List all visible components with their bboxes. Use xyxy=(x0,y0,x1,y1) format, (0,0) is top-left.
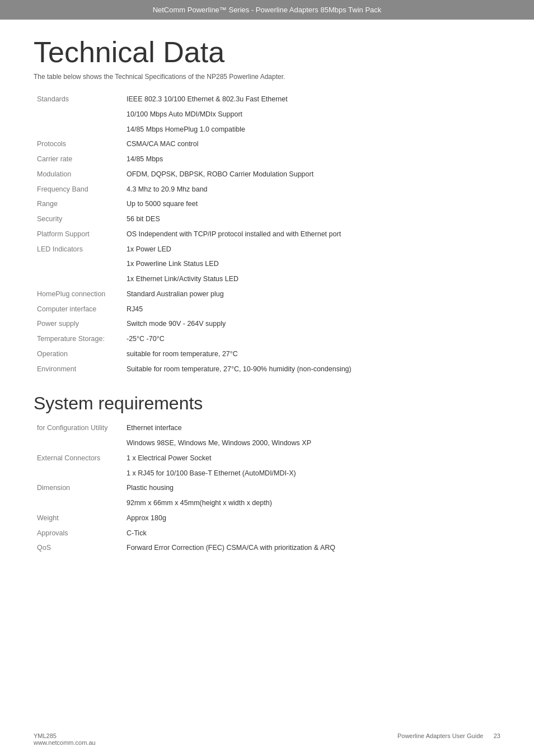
spec-value: suitable for room temperature, 27°C xyxy=(123,347,500,362)
spec-label xyxy=(34,272,123,287)
page-footer: YML285 www.netcomm.com.au Powerline Adap… xyxy=(34,732,500,746)
table-row: ProtocolsCSMA/CA MAC control xyxy=(34,137,500,152)
spec-value: 14/85 Mbps HomePlug 1.0 compatible xyxy=(123,122,500,137)
table-row: Operationsuitable for room temperature, … xyxy=(34,347,500,362)
spec-label: Power supply xyxy=(34,316,123,332)
spec-label: Approvals xyxy=(34,526,123,541)
spec-label xyxy=(34,107,123,122)
spec-label xyxy=(34,256,123,272)
spec-label xyxy=(34,122,123,137)
table-row: for Configuration UtilityEthernet interf… xyxy=(34,421,500,436)
spec-value: 10/100 Mbps Auto MDI/MDIx Support xyxy=(123,107,500,122)
intro-text: The table below shows the Technical Spec… xyxy=(34,73,500,81)
spec-value: RJ45 xyxy=(123,302,500,317)
footer-guide-title: Powerline Adapters User Guide xyxy=(397,732,483,739)
table-row: External Connectors1 x Electrical Power … xyxy=(34,451,500,466)
spec-value: -25°C -70°C xyxy=(123,332,500,347)
table-row: LED Indicators1x Power LED xyxy=(34,242,500,257)
table-row: Frequency Band4.3 Mhz to 20.9 Mhz band xyxy=(34,182,500,197)
spec-label: Environment xyxy=(34,362,123,377)
system-req-table: for Configuration UtilityEthernet interf… xyxy=(34,421,500,556)
table-row: 10/100 Mbps Auto MDI/MDIx Support xyxy=(34,107,500,122)
spec-value: 1x Powerline Link Status LED xyxy=(123,256,500,272)
spec-value: Ethernet interface xyxy=(123,421,500,436)
spec-label: for Configuration Utility xyxy=(34,421,123,436)
spec-value: Suitable for room temperature, 27°C, 10-… xyxy=(123,362,500,377)
footer-right: Powerline Adapters User Guide 23 xyxy=(397,732,500,746)
spec-label: Dimension xyxy=(34,480,123,496)
spec-value: IEEE 802.3 10/100 Ethernet & 802.3u Fast… xyxy=(123,92,500,107)
table-row: HomePlug connectionStandard Australian p… xyxy=(34,287,500,302)
spec-value: Windows 98SE, Windows Me, Windows 2000, … xyxy=(123,436,500,451)
spec-label: QoS xyxy=(34,540,123,556)
spec-label: Security xyxy=(34,212,123,227)
spec-value: Plastic housing xyxy=(123,480,500,496)
table-row: Security56 bit DES xyxy=(34,212,500,227)
table-row: Platform SupportOS Independent with TCP/… xyxy=(34,227,500,242)
page-header: NetComm Powerline™ Series - Powerline Ad… xyxy=(0,0,534,20)
spec-label: Range xyxy=(34,197,123,212)
table-row: Windows 98SE, Windows Me, Windows 2000, … xyxy=(34,436,500,451)
spec-label xyxy=(34,466,123,481)
table-row: 92mm x 66mm x 45mm(height x width x dept… xyxy=(34,496,500,511)
spec-value: 1 x Electrical Power Socket xyxy=(123,451,500,466)
technical-spec-table: StandardsIEEE 802.3 10/100 Ethernet & 80… xyxy=(34,92,500,376)
table-row: WeightApprox 180g xyxy=(34,511,500,526)
table-row: Power supplySwitch mode 90V - 264V suppl… xyxy=(34,316,500,332)
spec-value: OFDM, DQPSK, DBPSK, ROBO Carrier Modulat… xyxy=(123,167,500,182)
spec-label: Carrier rate xyxy=(34,152,123,167)
table-row: StandardsIEEE 802.3 10/100 Ethernet & 80… xyxy=(34,92,500,107)
table-row: 1x Powerline Link Status LED xyxy=(34,256,500,272)
spec-label: Protocols xyxy=(34,137,123,152)
main-title: Technical Data xyxy=(34,36,500,68)
spec-value: CSMA/CA MAC control xyxy=(123,137,500,152)
spec-value: Standard Australian power plug xyxy=(123,287,500,302)
spec-value: 4.3 Mhz to 20.9 Mhz band xyxy=(123,182,500,197)
spec-label: Standards xyxy=(34,92,123,107)
table-row: DimensionPlastic housing xyxy=(34,480,500,496)
spec-label: Computer interface xyxy=(34,302,123,317)
spec-label: Platform Support xyxy=(34,227,123,242)
page-content: Technical Data The table below shows the… xyxy=(0,20,534,600)
spec-value: Approx 180g xyxy=(123,511,500,526)
spec-value: 1x Ethernet Link/Activity Status LED xyxy=(123,272,500,287)
spec-value: Switch mode 90V - 264V supply xyxy=(123,316,500,332)
spec-value: 14/85 Mbps xyxy=(123,152,500,167)
table-row: EnvironmentSuitable for room temperature… xyxy=(34,362,500,377)
table-row: Computer interfaceRJ45 xyxy=(34,302,500,317)
spec-label xyxy=(34,496,123,511)
header-title: NetComm Powerline™ Series - Powerline Ad… xyxy=(153,6,382,14)
spec-label: External Connectors xyxy=(34,451,123,466)
table-row: RangeUp to 5000 square feet xyxy=(34,197,500,212)
spec-label: LED Indicators xyxy=(34,242,123,257)
spec-label: HomePlug connection xyxy=(34,287,123,302)
system-requirements-title: System requirements xyxy=(34,393,500,414)
table-row: ApprovalsC-Tick xyxy=(34,526,500,541)
spec-label: Operation xyxy=(34,347,123,362)
spec-value: 92mm x 66mm x 45mm(height x width x dept… xyxy=(123,496,500,511)
spec-value: 1 x RJ45 for 10/100 Base-T Ethernet (Aut… xyxy=(123,466,500,481)
footer-model: YML285 xyxy=(34,732,96,739)
spec-value: OS Independent with TCP/IP protocol inst… xyxy=(123,227,500,242)
footer-page-number: 23 xyxy=(494,732,500,739)
spec-label xyxy=(34,436,123,451)
spec-value: 1x Power LED xyxy=(123,242,500,257)
table-row: Carrier rate14/85 Mbps xyxy=(34,152,500,167)
table-row: 1x Ethernet Link/Activity Status LED xyxy=(34,272,500,287)
table-row: QoSForward Error Correction (FEC) CSMA/C… xyxy=(34,540,500,556)
spec-label: Modulation xyxy=(34,167,123,182)
table-row: ModulationOFDM, DQPSK, DBPSK, ROBO Carri… xyxy=(34,167,500,182)
footer-website: www.netcomm.com.au xyxy=(34,739,96,746)
footer-left: YML285 www.netcomm.com.au xyxy=(34,732,96,746)
spec-label: Frequency Band xyxy=(34,182,123,197)
spec-value: Up to 5000 square feet xyxy=(123,197,500,212)
spec-value: C-Tick xyxy=(123,526,500,541)
spec-label: Temperature Storage: xyxy=(34,332,123,347)
table-row: 14/85 Mbps HomePlug 1.0 compatible xyxy=(34,122,500,137)
spec-value: 56 bit DES xyxy=(123,212,500,227)
spec-value: Forward Error Correction (FEC) CSMA/CA w… xyxy=(123,540,500,556)
spec-label: Weight xyxy=(34,511,123,526)
table-row: Temperature Storage:-25°C -70°C xyxy=(34,332,500,347)
table-row: 1 x RJ45 for 10/100 Base-T Ethernet (Aut… xyxy=(34,466,500,481)
